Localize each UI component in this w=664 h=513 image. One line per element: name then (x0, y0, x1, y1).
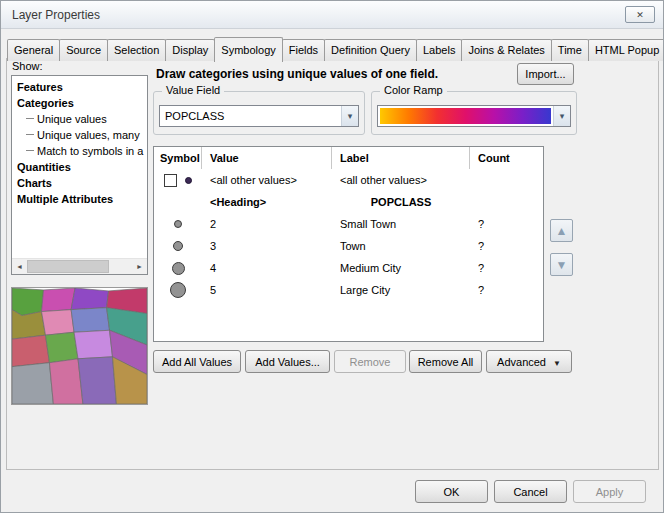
panel-description: Draw categories using unique values of o… (156, 67, 438, 81)
label-cell: Large City (332, 279, 470, 301)
table-header-row: Symbol Value Label Count (154, 147, 543, 169)
move-down-button[interactable]: ▼ (550, 253, 573, 276)
tree-item-unique-values[interactable]: Unique values (12, 111, 147, 127)
preview-map-image (12, 288, 147, 404)
column-header-value: Value (202, 147, 332, 169)
arrow-down-icon: ▼ (556, 258, 568, 272)
show-label: Show: (12, 60, 43, 72)
graduated-circle-icon (173, 241, 183, 251)
chevron-down-icon[interactable]: ▾ (553, 106, 570, 126)
value-cell: 4 (202, 257, 332, 279)
symbol-cell (154, 282, 202, 298)
table-row[interactable]: 4 Medium City ? (154, 257, 543, 279)
tree-item-label: Unique values (37, 113, 107, 125)
values-table: Symbol Value Label Count <all other valu… (153, 146, 544, 342)
tree-line-icon (26, 134, 34, 138)
graduated-circle-icon (174, 220, 182, 228)
tree-item-label: Match to symbols in a (37, 145, 143, 157)
color-ramp-label: Color Ramp (380, 84, 447, 96)
label-cell: POPCLASS (332, 191, 470, 213)
value-cell: 5 (202, 279, 332, 301)
label-cell: Town (332, 235, 470, 257)
symbol-cell (154, 174, 202, 187)
tab-joins-relates[interactable]: Joins & Relates (461, 39, 551, 61)
value-cell: 3 (202, 235, 332, 257)
value-cell: <all other values> (202, 169, 332, 191)
value-field-label: Value Field (162, 84, 224, 96)
tree-item-categories[interactable]: Categories (12, 95, 147, 111)
tab-labels[interactable]: Labels (416, 39, 462, 61)
add-values-button[interactable]: Add Values... (245, 350, 330, 373)
menu-dropdown-icon: ▼ (553, 359, 561, 368)
tab-selection[interactable]: Selection (107, 39, 166, 61)
layer-preview-map (11, 287, 148, 405)
show-tree: Features Categories Unique values Unique… (11, 75, 148, 275)
tree-item-quantities[interactable]: Quantities (12, 159, 147, 175)
tab-display[interactable]: Display (165, 39, 215, 61)
color-ramp-combobox[interactable]: ▾ (377, 105, 571, 127)
remove-all-button[interactable]: Remove All (409, 350, 482, 373)
tab-fields[interactable]: Fields (282, 39, 325, 61)
tree-item-unique-values-many[interactable]: Unique values, many (12, 127, 147, 143)
tab-symbology[interactable]: Symbology (214, 37, 282, 62)
column-header-symbol: Symbol (154, 147, 202, 169)
import-button[interactable]: Import... (517, 63, 574, 85)
label-cell: Medium City (332, 257, 470, 279)
remove-button[interactable]: Remove (334, 350, 406, 373)
window-title: Layer Properties (12, 8, 100, 22)
tab-general[interactable]: General (7, 39, 60, 61)
close-icon: ✕ (636, 10, 644, 20)
scrollbar-thumb[interactable] (27, 260, 109, 273)
count-cell: ? (470, 257, 543, 279)
symbol-cell (154, 241, 202, 251)
advanced-button[interactable]: Advanced▼ (486, 350, 572, 373)
label-cell: <all other values> (332, 169, 470, 191)
graduated-circle-icon (172, 262, 185, 275)
scroll-left-icon[interactable]: ◄ (12, 259, 27, 274)
value-field-value: POPCLASS (165, 106, 224, 126)
apply-button[interactable]: Apply (573, 480, 646, 503)
color-ramp-swatch (380, 108, 551, 124)
count-cell: ? (470, 279, 543, 301)
point-symbol-icon (185, 177, 192, 184)
table-row[interactable]: 5 Large City ? (154, 279, 543, 301)
tab-time[interactable]: Time (551, 39, 589, 61)
cancel-button[interactable]: Cancel (494, 480, 567, 503)
column-header-label: Label (332, 147, 470, 169)
tree-item-features[interactable]: Features (12, 79, 147, 95)
graduated-circle-icon (170, 282, 186, 298)
advanced-button-label: Advanced (497, 356, 546, 368)
move-up-button[interactable]: ▲ (550, 219, 573, 242)
chevron-down-icon[interactable]: ▾ (341, 106, 358, 126)
table-row[interactable]: 3 Town ? (154, 235, 543, 257)
tree-item-charts[interactable]: Charts (12, 175, 147, 191)
value-cell: 2 (202, 213, 332, 235)
tree-item-label: Unique values, many (37, 129, 140, 141)
table-row[interactable]: <Heading> POPCLASS (154, 191, 543, 213)
add-all-values-button[interactable]: Add All Values (153, 350, 241, 373)
table-row[interactable]: <all other values> <all other values> (154, 169, 543, 191)
count-cell: ? (470, 213, 543, 235)
tree-horizontal-scrollbar[interactable]: ◄ ► (12, 258, 147, 274)
value-cell: <Heading> (202, 191, 332, 213)
tab-source[interactable]: Source (59, 39, 108, 61)
tab-html-popup[interactable]: HTML Popup (588, 39, 664, 61)
tab-strip: General Source Selection Display Symbolo… (7, 37, 664, 61)
count-cell: ? (470, 235, 543, 257)
tree-line-icon (26, 150, 34, 154)
value-field-combobox[interactable]: POPCLASS ▾ (159, 105, 359, 127)
table-row[interactable]: 2 Small Town ? (154, 213, 543, 235)
tab-definition-query[interactable]: Definition Query (324, 39, 417, 61)
close-button[interactable]: ✕ (625, 6, 655, 23)
symbol-cell (154, 220, 202, 228)
ok-button[interactable]: OK (415, 480, 488, 503)
column-header-count: Count (470, 147, 543, 169)
label-cell: Small Town (332, 213, 470, 235)
scroll-right-icon[interactable]: ► (132, 259, 147, 274)
arrow-up-icon: ▲ (556, 224, 568, 238)
symbol-cell (154, 262, 202, 275)
titlebar[interactable]: Layer Properties ✕ (1, 1, 663, 29)
tree-item-match-to-symbols[interactable]: Match to symbols in a (12, 143, 147, 159)
tree-item-multiple-attributes[interactable]: Multiple Attributes (12, 191, 147, 207)
all-other-values-checkbox[interactable] (164, 174, 177, 187)
